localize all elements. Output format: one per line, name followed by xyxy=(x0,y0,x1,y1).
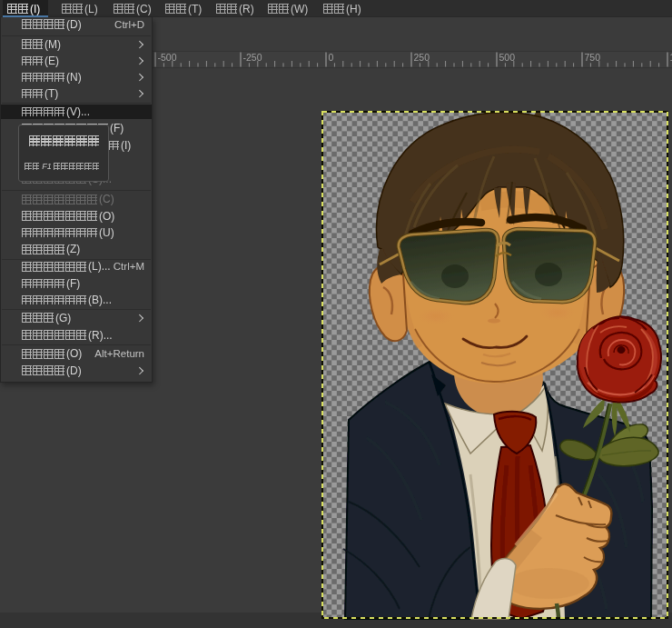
svg-text:-500: -500 xyxy=(158,52,177,63)
svg-text:750: 750 xyxy=(585,52,601,63)
svg-text:500: 500 xyxy=(499,52,516,63)
svg-text:-250: -250 xyxy=(243,52,262,63)
svg-text:0: 0 xyxy=(329,52,334,63)
svg-text:250: 250 xyxy=(414,52,430,63)
